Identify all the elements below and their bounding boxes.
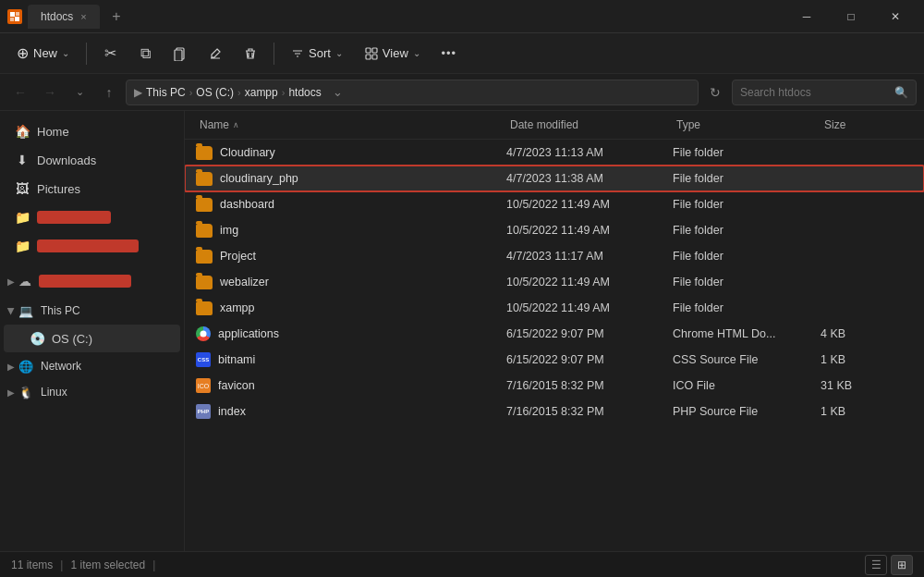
address-path[interactable]: ▶ This PC › OS (C:) › xampp › htdocs ⌄ [126,80,699,105]
file-name-cell: PHP index [196,404,506,419]
file-name-cell: img [196,224,506,238]
tab-close-button[interactable]: × [80,11,86,22]
copy-button[interactable]: ⧉ [129,38,161,69]
folder-icon [196,224,213,238]
view-detail-button[interactable]: ⊞ [891,555,913,575]
file-date: 10/5/2022 11:49 AM [506,301,673,314]
file-name-cell: cloudinary_php [196,172,506,186]
chrome-icon [196,326,211,341]
file-date: 7/16/2015 8:32 PM [506,379,673,392]
sort-label: Sort [309,46,331,60]
view-button[interactable]: View ⌄ [356,42,430,65]
table-row[interactable]: CSS bitnami 6/15/2022 9:07 PM CSS Source… [185,347,924,373]
sidebar-item-redacted-2[interactable]: 📁 [4,232,180,260]
col-header-type[interactable]: Type [673,117,821,133]
back-button[interactable]: ← [7,80,33,105]
table-row[interactable]: Project 4/7/2023 11:17 AM File folder [185,243,924,269]
file-size: 1 KB [821,405,894,418]
delete-button[interactable] [235,38,266,69]
table-row[interactable]: Cloudinary 4/7/2023 11:13 AM File folder [185,140,924,166]
search-box[interactable]: 🔍 [732,80,917,105]
file-type: File folder [673,146,821,159]
drive-icon: 💿 [30,331,44,346]
path-sep-3: › [282,87,286,98]
svg-rect-8 [366,55,371,59]
col-header-size[interactable]: Size [821,117,894,133]
search-input[interactable] [740,86,889,99]
file-date: 4/7/2023 11:17 AM [506,250,673,263]
maximize-button[interactable]: □ [830,2,872,31]
status-sep-1: | [60,559,63,571]
file-name-cell: applications [196,326,506,341]
col-header-name[interactable]: Name ∧ [196,117,506,133]
sidebar-network-expand[interactable]: ▶ 🌐 Network [0,353,184,379]
file-name-cell: CSS bitnami [196,352,506,367]
expand-button[interactable]: ⌄ [67,80,92,105]
table-row[interactable]: img 10/5/2022 11:49 AM File folder [185,217,924,243]
network-icon: 🌐 [18,360,33,374]
cut-button[interactable]: ✂ [94,38,126,69]
address-bar: ← → ⌄ ↑ ▶ This PC › OS (C:) › xampp › ht… [0,74,924,111]
this-pc-chevron-icon: ▶ [6,307,17,314]
file-name: xampp [220,301,255,314]
up-button[interactable]: ↑ [96,80,122,105]
sidebar-item-redacted-1[interactable]: 📁 [4,203,180,231]
minimize-button[interactable]: ─ [785,2,828,31]
sidebar-cloud-expand[interactable]: ▶ ☁ [0,268,184,294]
svg-rect-5 [175,50,182,61]
file-name-cell: Cloudinary [196,146,506,160]
table-row[interactable]: cloudinary_php 4/7/2023 11:38 AM File fo… [185,166,924,191]
more-button[interactable]: ••• [433,38,465,69]
linux-chevron-icon: ▶ [7,387,15,398]
sidebar-label-network: Network [41,360,81,373]
main-layout: 🏠 Home ⬇ Downloads 🖼 Pictures 📁 📁 ▶ ☁ ▶ [0,111,924,551]
folder-icon [196,276,213,289]
refresh-button[interactable]: ↻ [702,80,728,105]
path-htdocs[interactable]: htdocs [288,86,321,99]
sidebar-item-os-c[interactable]: 💿 OS (C:) [4,325,180,352]
path-chevron-icon[interactable]: ⌄ [329,80,347,105]
sidebar-spacer [0,261,184,268]
sidebar-item-downloads[interactable]: ⬇ Downloads [4,146,180,174]
paste-button[interactable] [164,38,196,69]
file-name-cell: xampp [196,301,506,315]
table-row[interactable]: webalizer 10/5/2022 11:49 AM File folder [185,269,924,295]
sort-button[interactable]: Sort ⌄ [282,42,352,65]
folder-icon [196,172,213,186]
file-name: favicon [218,379,255,392]
linux-icon: 🐧 [18,386,33,399]
sidebar-item-home[interactable]: 🏠 Home [4,117,180,145]
forward-button[interactable]: → [37,80,63,105]
view-list-button[interactable]: ☰ [865,555,887,575]
svg-rect-1 [15,17,19,21]
path-xampp[interactable]: xampp [245,86,278,99]
file-rows: Cloudinary 4/7/2023 11:13 AM File folder… [185,140,924,424]
window-controls: ─ □ ✕ [785,2,917,31]
sidebar-item-pictures[interactable]: 🖼 Pictures [4,175,180,203]
new-chevron-icon: ⌄ [62,48,69,58]
table-row[interactable]: xampp 10/5/2022 11:49 AM File folder [185,295,924,321]
active-tab[interactable]: htdocs × [28,5,100,29]
path-this-pc[interactable]: This PC [146,86,186,99]
new-button[interactable]: ⊕ New ⌄ [7,40,79,67]
folder-icon [196,146,213,160]
file-size: 1 KB [821,353,894,366]
sidebar-this-pc-expand[interactable]: ▶ 💻 This PC [0,298,184,324]
file-name-cell: ICO favicon [196,378,506,393]
pictures-icon: 🖼 [15,181,30,196]
table-row[interactable]: PHP index 7/16/2015 8:32 PM PHP Source F… [185,399,924,424]
folder-icon [196,301,213,315]
sidebar-label-pictures: Pictures [37,182,80,196]
table-row[interactable]: dashboard 10/5/2022 11:49 AM File folder [185,191,924,217]
table-row[interactable]: ICO favicon 7/16/2015 8:32 PM ICO File 3… [185,373,924,399]
table-row[interactable]: applications 6/15/2022 9:07 PM Chrome HT… [185,321,924,347]
rename-button[interactable] [200,38,231,69]
svg-rect-0 [10,12,15,17]
col-header-date[interactable]: Date modified [506,117,673,133]
close-button[interactable]: ✕ [874,2,917,31]
path-os-c[interactable]: OS (C:) [196,86,234,99]
sidebar-linux-expand[interactable]: ▶ 🐧 Linux [0,379,184,405]
sidebar: 🏠 Home ⬇ Downloads 🖼 Pictures 📁 📁 ▶ ☁ ▶ [0,111,185,551]
file-date: 6/15/2022 9:07 PM [506,327,673,340]
new-tab-button[interactable]: + [103,4,129,30]
